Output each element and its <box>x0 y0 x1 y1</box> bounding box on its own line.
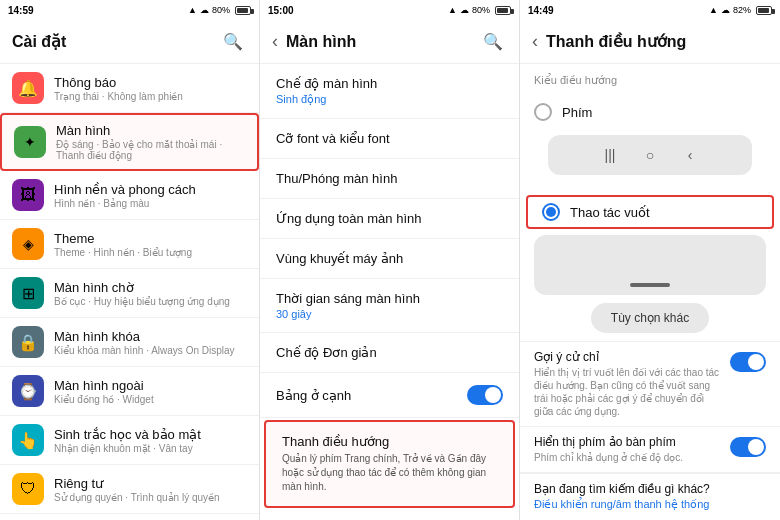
menu-item-che-do-man-hinh[interactable]: Chế độ màn hình Sinh động <box>260 64 519 119</box>
man-hinh-ngoai-title: Màn hình ngoài <box>54 378 247 393</box>
tuy-chon-container: Tùy chọn khác <box>520 303 780 333</box>
battery-icon-right <box>756 6 772 15</box>
time-right: 14:49 <box>528 5 554 16</box>
menu-item-thu-phong[interactable]: Thu/Phóng màn hình <box>260 159 519 199</box>
hien-thi-phim-toggle[interactable] <box>730 437 766 457</box>
goi-y-cu-chi-toggle[interactable] <box>730 352 766 372</box>
goi-y-cu-chi-desc: Hiển thị vị trí vuốt lên đối với các tha… <box>534 366 722 418</box>
ung-dung-title: Ứng dụng toàn màn hình <box>276 211 503 226</box>
status-bar-right: 14:49 ▲ ☁ 82% <box>520 0 780 20</box>
middle-search-button[interactable]: 🔍 <box>479 28 507 55</box>
settings-item-vi-tri[interactable]: 📍 Vị trí <box>0 514 259 520</box>
sinh-trac-icon: 👆 <box>12 424 44 456</box>
menu-item-ung-dung[interactable]: Ứng dụng toàn màn hình <box>260 199 519 239</box>
signal-icon: ▲ <box>188 5 197 15</box>
goi-y-cu-chi-row[interactable]: Gợi ý cử chỉ Hiển thị vị trí vuốt lên đố… <box>520 342 780 427</box>
nav-recent-btn: ‹ <box>680 145 700 165</box>
middle-back-button[interactable]: ‹ <box>272 31 278 52</box>
menu-item-bao-ve[interactable]: Bảo vệ tránh chạm vô tình <box>260 510 519 520</box>
co-font-title: Cỡ font và kiểu font <box>276 131 503 146</box>
man-hinh-khoa-title: Màn hình khóa <box>54 329 247 344</box>
man-hinh-icon: ✦ <box>14 126 46 158</box>
left-search-button[interactable]: 🔍 <box>219 28 247 55</box>
right-panel-header: ‹ Thanh điều hướng <box>520 20 780 64</box>
goi-y-cu-chi-title: Gợi ý cử chỉ <box>534 350 722 364</box>
radio-inner-selected <box>546 207 556 217</box>
menu-item-thoi-gian[interactable]: Thời gian sáng màn hình 30 giây <box>260 279 519 333</box>
radio-phim[interactable] <box>534 103 552 121</box>
thanh-dieu-huong-title: Thanh điều hướng <box>282 434 497 449</box>
middle-panel-header: ‹ Màn hình 🔍 <box>260 20 519 64</box>
theme-subtitle: Theme · Hình nền · Biểu tượng <box>54 247 247 258</box>
option-thao-tac-vuot-row[interactable]: Thao tác vuốt <box>526 195 774 229</box>
left-panel-title: Cài đặt <box>12 32 219 51</box>
menu-item-don-gian[interactable]: Chế độ Đơn giản <box>260 333 519 373</box>
man-hinh-subtitle: Độ sáng · Bảo vệ cho mắt thoải mái · Tha… <box>56 139 245 161</box>
gesture-preview <box>534 235 766 295</box>
thong-bao-subtitle: Trạng thái · Không làm phiền <box>54 91 247 102</box>
man-hinh-ngoai-subtitle: Kiểu đồng hồ · Widget <box>54 394 247 405</box>
settings-item-theme[interactable]: ◈ Theme Theme · Hình nền · Biểu tượng <box>0 220 259 269</box>
option-phim[interactable]: Phím <box>534 95 766 129</box>
settings-item-sinh-trac[interactable]: 👆 Sinh trắc học và bảo mật Nhận diện khu… <box>0 416 259 465</box>
radio-thao-tac-vuot[interactable] <box>542 203 560 221</box>
tuy-chon-button[interactable]: Tùy chọn khác <box>591 303 709 333</box>
right-panel: 14:49 ▲ ☁ 82% ‹ Thanh điều hướng Kiểu đi… <box>520 0 780 520</box>
menu-item-vung-khuyet[interactable]: Vùng khuyết máy ảnh <box>260 239 519 279</box>
battery-text-right: 82% <box>733 5 751 15</box>
man-hinh-title: Màn hình <box>56 123 245 138</box>
battery-icon-left <box>235 6 251 15</box>
che-do-subtitle: Sinh động <box>276 93 503 106</box>
gesture-bar <box>630 283 670 287</box>
settings-item-man-hinh-ngoai[interactable]: ⌚ Màn hình ngoài Kiểu đồng hồ · Widget <box>0 367 259 416</box>
settings-item-rieng-tu[interactable]: 🛡 Riêng tư Sử dụng quyền · Trình quản lý… <box>0 465 259 514</box>
rieng-tu-title: Riêng tư <box>54 476 247 491</box>
nav-buttons-preview: ||| ○ ‹ <box>548 135 752 175</box>
right-panel-title: Thanh điều hướng <box>546 32 768 51</box>
sinh-trac-title: Sinh trắc học và bảo mật <box>54 427 247 442</box>
man-hinh-cho-subtitle: Bố cục · Huy hiệu biểu tượng ứng dụng <box>54 296 247 307</box>
sinh-trac-subtitle: Nhận diện khuôn mặt · Vân tay <box>54 443 247 454</box>
kieu-dieu-huong-label: Kiểu điều hướng <box>534 74 766 87</box>
hinh-nen-subtitle: Hình nền · Bảng màu <box>54 198 247 209</box>
settings-item-thong-bao[interactable]: 🔔 Thông báo Trạng thái · Không làm phiền <box>0 64 259 113</box>
signal-icon-m: ▲ <box>448 5 457 15</box>
hinh-nen-icon: 🖼 <box>12 179 44 211</box>
man-hinh-khoa-subtitle: Kiểu khóa màn hình · Always On Display <box>54 345 247 356</box>
search-title: Bạn đang tìm kiếm điều gì khác? <box>520 474 780 498</box>
settings-item-man-hinh[interactable]: ✦ Màn hình Độ sáng · Bảo vệ cho mắt thoả… <box>0 113 259 171</box>
theme-title: Theme <box>54 231 247 246</box>
thu-phong-title: Thu/Phóng màn hình <box>276 171 503 186</box>
right-panel-content: Kiểu điều hướng Phím ||| ○ ‹ Thao tác <box>520 64 780 520</box>
wifi-icon-m: ☁ <box>460 5 469 15</box>
kieu-dieu-huong-section: Kiểu điều hướng Phím ||| ○ ‹ <box>520 64 780 191</box>
menu-item-thanh-dieu-huong[interactable]: Thanh điều hướng Quản lý phím Trang chín… <box>264 420 515 508</box>
search-link[interactable]: Điều khiển rung/âm thanh hệ thống <box>520 498 780 517</box>
hinh-nen-title: Hình nền và phong cách <box>54 182 247 197</box>
phim-label: Phím <box>562 105 592 120</box>
settings-item-hinh-nen[interactable]: 🖼 Hình nền và phong cách Hình nền · Bảng… <box>0 171 259 220</box>
man-hinh-ngoai-icon: ⌚ <box>12 375 44 407</box>
middle-menu-list: Chế độ màn hình Sinh động Cỡ font và kiể… <box>260 64 519 520</box>
wifi-icon-r: ☁ <box>721 5 730 15</box>
middle-panel-title: Màn hình <box>286 33 479 51</box>
middle-panel: 15:00 ▲ ☁ 80% ‹ Màn hình 🔍 Chế độ màn hì… <box>260 0 520 520</box>
thoi-gian-subtitle: 30 giây <box>276 308 503 320</box>
hien-thi-phim-row[interactable]: Hiển thị phím ảo bàn phím Phím chỉ khả d… <box>520 427 780 473</box>
left-panel: 14:59 ▲ ☁ 80% Cài đặt 🔍 🔔 Thông báo Trạn… <box>0 0 260 520</box>
menu-item-co-font[interactable]: Cỡ font và kiểu font <box>260 119 519 159</box>
don-gian-title: Chế độ Đơn giản <box>276 345 503 360</box>
left-panel-header: Cài đặt 🔍 <box>0 20 259 64</box>
thong-bao-icon: 🔔 <box>12 72 44 104</box>
thanh-dieu-huong-desc: Quản lý phím Trang chính, Trở về và Gần … <box>282 452 497 494</box>
vung-khuyet-title: Vùng khuyết máy ảnh <box>276 251 503 266</box>
right-back-button[interactable]: ‹ <box>532 31 538 52</box>
hien-thi-phim-desc: Phím chỉ khả dụng ở chế độ dọc. <box>534 451 722 464</box>
settings-item-man-hinh-cho[interactable]: ⊞ Màn hình chờ Bố cục · Huy hiệu biểu tư… <box>0 269 259 318</box>
man-hinh-khoa-icon: 🔒 <box>12 326 44 358</box>
menu-item-bang-o-canh[interactable]: Bảng ở cạnh <box>260 373 519 418</box>
bang-o-canh-toggle[interactable] <box>467 385 503 405</box>
settings-item-man-hinh-khoa[interactable]: 🔒 Màn hình khóa Kiểu khóa màn hình · Alw… <box>0 318 259 367</box>
man-hinh-cho-title: Màn hình chờ <box>54 280 247 295</box>
thoi-gian-title: Thời gian sáng màn hình <box>276 291 503 306</box>
